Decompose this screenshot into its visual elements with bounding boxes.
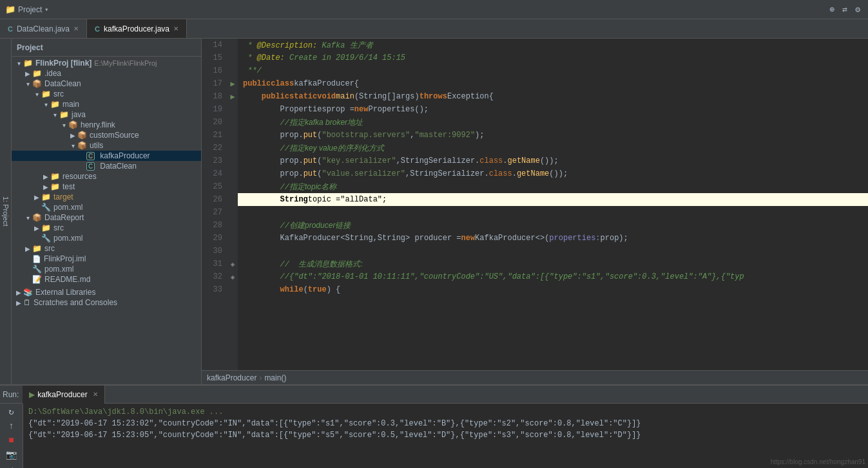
breadcrumb-method[interactable]: main() <box>264 373 286 382</box>
bookmark-32: ◈ <box>231 273 235 281</box>
folder-icon-test: 📁 <box>50 182 60 191</box>
folder-icon-target: 📁 <box>41 192 51 201</box>
arrow-flinkproj: ▾ <box>14 60 23 67</box>
code-line-23: prop.put("key.serializer", StringSeriali… <box>238 154 868 167</box>
tree-item-pom-root[interactable]: ▶ 🔧 pom.xml <box>12 264 201 274</box>
tree-item-utils[interactable]: ▾ 📦 utils <box>12 140 201 151</box>
pom-icon-root: 🔧 <box>32 265 42 274</box>
wrap-btn[interactable]: ⇄ <box>4 464 19 468</box>
code-line-22: //指定key value的序列化方式 <box>238 142 868 154</box>
tree-item-dataclean-file[interactable]: ▶ C DataClean <box>12 161 201 171</box>
scroll-up-btn[interactable]: ↑ <box>4 421 19 431</box>
code-line-19: Properties prop = new Properties(); <box>238 103 868 116</box>
split-icon[interactable]: ⇄ <box>840 3 850 16</box>
run-tab-close[interactable]: ✕ <box>93 391 98 398</box>
arrow-src-root: ▶ <box>23 245 32 252</box>
project-panel-label[interactable]: 1: Project <box>0 39 12 384</box>
tree-item-pom-dataclean[interactable]: ▶ 🔧 pom.xml <box>12 202 201 212</box>
code-line-21: prop.put("bootstrap.servers", "master:90… <box>238 129 868 142</box>
breadcrumb-bar: kafkaProducer › main() <box>202 370 868 384</box>
arrow-src: ▾ <box>32 91 41 98</box>
tab-kafkaproducer-icon: C <box>95 25 100 33</box>
code-line-28: //创建producer链接 <box>238 219 868 232</box>
bookmark-31: ◈ <box>231 260 235 268</box>
run-tab-icon: ▶ <box>29 390 35 399</box>
title-bar: 📁 Project ▾ ⊕ ⇄ ⚙ <box>0 0 868 19</box>
tree-item-pom-report[interactable]: ▶ 🔧 pom.xml <box>12 233 201 243</box>
arrow-idea: ▶ <box>23 70 32 77</box>
sidebar-tree[interactable]: ▾ 📁 FlinkProj [flink] E:\MyFlink\FlinkPr… <box>12 57 201 384</box>
tree-item-resources[interactable]: ▶ 📁 resources <box>12 171 201 182</box>
line-numbers: 14 15 16 17 18 19 20 21 22 23 24 25 26 2… <box>202 39 227 370</box>
editor-gutter: ▶ ▶ ◈ ◈ <box>227 39 238 370</box>
code-editor: 14 15 16 17 18 19 20 21 22 23 24 25 26 2… <box>202 39 868 384</box>
package-icon-utils: 📦 <box>77 141 87 150</box>
arrow-resources: ▶ <box>41 173 50 180</box>
code-line-30 <box>238 245 868 257</box>
tree-item-ext-libs[interactable]: ▶ 📚 External Libraries <box>12 287 201 297</box>
tab-dataclean[interactable]: C DataClean.java ✕ <box>0 19 87 38</box>
tree-item-flinkproj[interactable]: ▾ 📁 FlinkProj [flink] E:\MyFlink\FlinkPr… <box>12 58 201 68</box>
module-icon-datareport: 📦 <box>32 213 42 222</box>
arrow-java: ▾ <box>50 111 59 118</box>
tree-item-java[interactable]: ▾ 📁 java <box>12 109 201 120</box>
stop-btn[interactable]: ■ <box>4 435 19 445</box>
tree-item-src-root[interactable]: ▶ 📁 src <box>12 243 201 254</box>
new-tab-icon[interactable]: ⊕ <box>827 3 838 16</box>
tree-item-datareport[interactable]: ▾ 📦 DataReport <box>12 212 201 223</box>
scratches-label: Scratches and Consoles <box>34 298 117 307</box>
tree-item-readme[interactable]: ▶ 📝 README.md <box>12 274 201 285</box>
arrow-dataclean: ▾ <box>23 80 32 88</box>
tab-dataclean-label: DataClean.java <box>17 24 70 33</box>
java-icon-dataclean: C <box>86 162 95 171</box>
folder-icon-src: 📁 <box>41 89 51 98</box>
tree-item-kafkaproducer[interactable]: ▶ C kafkaProducer <box>12 151 201 161</box>
project-sidebar: Project ▾ 📁 FlinkProj [flink] E:\MyFlink… <box>12 39 202 384</box>
title-dropdown-icon[interactable]: ▾ <box>44 6 48 14</box>
screenshot-btn[interactable]: 📷 <box>4 449 19 460</box>
code-line-20: //指定kafka broker地址 <box>238 116 868 129</box>
tree-item-main[interactable]: ▾ 📁 main <box>12 99 201 109</box>
tab-dataclean-close[interactable]: ✕ <box>73 25 79 32</box>
folder-icon-main: 📁 <box>50 100 60 109</box>
java-icon-kafkaproducer: C <box>86 152 95 160</box>
bottom-tab-run[interactable]: ▶ kafkaProducer ✕ <box>23 386 104 404</box>
settings-icon[interactable]: ⚙ <box>853 3 863 16</box>
code-line-14: * @Description: Kafka 生产者 <box>238 39 868 51</box>
code-area[interactable]: * @Description: Kafka 生产者 * @Date: Creat… <box>238 39 868 370</box>
code-line-26: String topic = "allData"; <box>238 193 868 206</box>
tab-kafkaproducer-close[interactable]: ✕ <box>173 25 178 32</box>
code-line-32: //{"dt":"2018-01-01 10:11:11","countryCo… <box>238 270 868 283</box>
tree-item-test[interactable]: ▶ 📁 test <box>12 182 201 192</box>
breadcrumb-class[interactable]: kafkaProducer <box>207 373 256 382</box>
arrow-datareport: ▾ <box>23 214 32 221</box>
output-line-1: {"dt":"2019-06-17 15:23:02","countryCode… <box>28 418 863 429</box>
folder-icon-idea: 📁 <box>32 69 42 78</box>
bottom-panel: Run: ▶ kafkaProducer ✕ ↻ ↑ ■ 📷 ⇄ D:\Soft… <box>0 384 868 468</box>
tree-item-src-report[interactable]: ▶ 📁 src <box>12 223 201 233</box>
code-line-29: KafkaProducer<String, String> producer =… <box>238 232 868 245</box>
restart-btn[interactable]: ↻ <box>4 406 19 417</box>
sidebar-header: Project <box>12 39 201 57</box>
folder-icon-resources: 📁 <box>50 172 60 181</box>
tree-item-customsource[interactable]: ▶ 📦 customSource <box>12 130 201 140</box>
code-line-17: public class kafkaProducer { <box>238 77 868 90</box>
tree-item-henry-flink[interactable]: ▾ 📦 henry.flink <box>12 120 201 130</box>
output-cmd: D:\SoftWare\Java\jdk1.8.0\bin\java.exe .… <box>28 406 863 418</box>
tree-item-src[interactable]: ▾ 📁 src <box>12 89 201 99</box>
tree-item-target[interactable]: ▶ 📁 target <box>12 192 201 202</box>
tree-item-dataclean[interactable]: ▾ 📦 DataClean <box>12 79 201 89</box>
lib-icon: 📚 <box>23 288 33 297</box>
run-arrow-18[interactable]: ▶ <box>230 92 235 102</box>
tree-item-iml[interactable]: ▶ 📄 FlinkProj.iml <box>12 254 201 264</box>
folder-icon-flinkproj: 📁 <box>23 59 33 68</box>
tree-item-idea[interactable]: ▶ 📁 .idea <box>12 68 201 79</box>
tab-kafkaproducer[interactable]: C kafkaProducer.java ✕ <box>87 19 187 38</box>
tree-item-scratches[interactable]: ▶ 🗒 Scratches and Consoles <box>12 297 201 308</box>
package-icon-customsource: 📦 <box>77 131 87 140</box>
run-arrow-17[interactable]: ▶ <box>230 79 235 89</box>
bottom-content: ↻ ↑ ■ 📷 ⇄ D:\SoftWare\Java\jdk1.8.0\bin\… <box>0 404 868 468</box>
editor-content[interactable]: 14 15 16 17 18 19 20 21 22 23 24 25 26 2… <box>202 39 868 370</box>
iml-icon: 📄 <box>32 255 41 263</box>
arrow-src-report: ▶ <box>32 225 41 232</box>
